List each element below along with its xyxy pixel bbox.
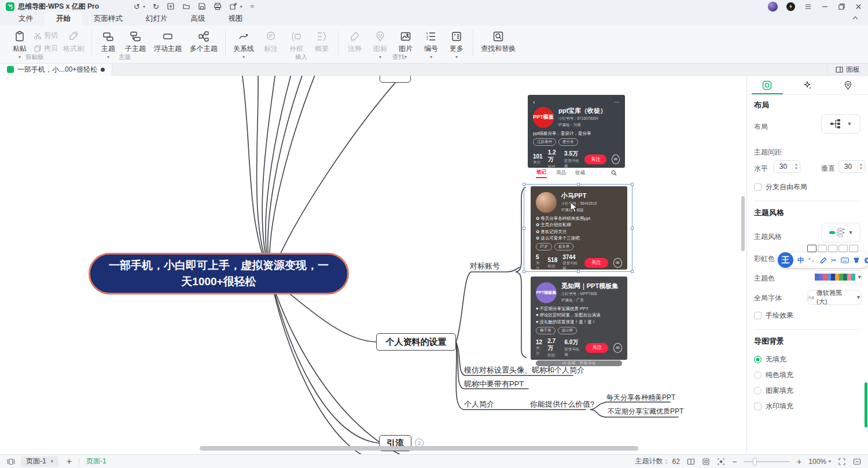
free-branch-checkbox[interactable]: 分支自由布局 [754, 182, 807, 192]
add-page-button[interactable]: + [67, 456, 72, 467]
collapse-ribbon-icon[interactable] [852, 16, 859, 20]
selection-handle[interactable] [631, 227, 634, 230]
layout-dropdown[interactable]: ▼ [821, 114, 860, 134]
central-topic-node[interactable]: 一部手机，小白即可上手，虚拟资源变现，一天1000+很轻松 [89, 253, 349, 294]
bg-solid-radio[interactable]: 纯色填充 [754, 370, 793, 380]
node-value-answer1[interactable]: 每天分享各种精美PPT [606, 393, 675, 403]
ime-settings-gear-icon[interactable] [864, 257, 868, 264]
node-profile-setup[interactable]: 个人资料的设置 [376, 333, 456, 351]
subtopic-button[interactable]: 子主题 [121, 29, 150, 55]
center-topic-icon[interactable] [717, 458, 725, 466]
relation-line-button[interactable]: 关系线 ▾ [229, 29, 258, 61]
hand-drawn-checkbox[interactable]: 手绘效果 [754, 311, 793, 320]
stepper-arrows[interactable]: ▲▼ [857, 163, 865, 170]
callout-button[interactable]: 标注 [258, 29, 284, 55]
selection-handle[interactable] [523, 183, 525, 186]
page-selector-dropdown[interactable]: 页面-1 ▾ [21, 456, 58, 467]
boundary-button[interactable]: 外框 [284, 29, 309, 55]
ime-language-toggle[interactable]: 中 [797, 257, 804, 264]
customize-toolbar-icon[interactable]: ≂ [250, 3, 255, 9]
horizontal-scrollbar[interactable] [200, 446, 638, 451]
zoom-out-button[interactable]: − [732, 457, 737, 466]
tab-view[interactable]: 视图 [217, 12, 255, 25]
selection-handle[interactable] [631, 183, 634, 186]
theme-color-dropdown[interactable]: ▼ [815, 270, 862, 284]
share-button[interactable] [229, 2, 237, 10]
close-button[interactable] [854, 2, 862, 10]
tab-advanced[interactable]: 高级 [179, 12, 217, 25]
floating-topic-button[interactable]: 浮动主题 [150, 29, 186, 55]
pages-overview-icon[interactable] [687, 458, 695, 466]
sidebar-tab-ai[interactable] [788, 76, 828, 94]
zoom-slider[interactable] [744, 461, 790, 462]
node-benchmark[interactable]: 对标账号 [470, 261, 500, 271]
horizontal-spacing-stepper[interactable]: 30 ▲▼ [774, 160, 800, 173]
rainbow-option[interactable] [807, 245, 816, 252]
rainbow-option[interactable] [849, 245, 858, 252]
collapse-statusbar-icon[interactable] [853, 458, 861, 466]
node-imitate[interactable]: 模仿对标设置头像、昵称和个人简介 [464, 365, 584, 375]
ime-scissors-icon[interactable]: ✂ [831, 257, 837, 264]
ime-toolbar[interactable]: 王 中 °， ✂ [778, 252, 868, 268]
membership-badge-icon[interactable] [786, 2, 795, 11]
node-nickname[interactable]: 昵称中要带有PPT [464, 379, 524, 389]
ime-keyboard-icon[interactable] [841, 257, 849, 263]
bg-watermark-checkbox[interactable]: 水印填充 [754, 401, 793, 411]
format-painter-button[interactable]: 格式刷 [59, 29, 88, 55]
tab-file[interactable]: 文件 [7, 12, 45, 25]
menu-icon[interactable] [804, 2, 812, 10]
sidebar-scrollbar[interactable] [865, 382, 867, 428]
sidebar-tab-style[interactable] [747, 76, 788, 94]
print-button[interactable] [214, 2, 222, 10]
user-avatar[interactable] [768, 2, 778, 12]
node-value-answer2[interactable]: 不定期分享宝藏优质PPT [608, 407, 683, 417]
panel-toggle-button[interactable]: 面板 [827, 64, 868, 76]
document-tab[interactable]: 一部手机，小...00+很轻松 [0, 64, 112, 76]
ime-handwriting-icon[interactable] [820, 257, 827, 264]
selection-handle[interactable] [631, 270, 634, 273]
restore-button[interactable] [837, 2, 845, 10]
summary-button[interactable]: 概要 [309, 29, 334, 55]
tab-slides[interactable]: 幻灯片 [134, 12, 179, 25]
page-tab[interactable]: 页面-1 [86, 456, 106, 466]
share-dropdown-icon[interactable]: ▾ [240, 4, 242, 9]
theme-style-dropdown[interactable]: ▼ [821, 223, 860, 242]
vertical-scrollbar[interactable] [741, 196, 745, 251]
selection-handle[interactable] [523, 227, 525, 230]
topic-button[interactable]: 主题 ▾ [95, 29, 121, 61]
ime-skin-icon[interactable] [853, 257, 860, 263]
cut-button[interactable]: 剪切 [34, 31, 58, 40]
note-button[interactable]: 注释 [342, 29, 367, 55]
rainbow-option[interactable] [838, 245, 848, 252]
global-font-dropdown[interactable]: Aa 微软雅黑 (大) ▼ [807, 290, 862, 305]
open-file-button[interactable] [182, 2, 190, 10]
ime-punctuation-toggle[interactable]: °， [808, 257, 816, 263]
rainbow-option[interactable] [818, 245, 827, 252]
ime-badge[interactable]: 王 [778, 252, 793, 268]
selection-handle[interactable] [523, 270, 525, 273]
bg-none-radio[interactable]: 无填充 [754, 355, 786, 364]
fit-window-icon[interactable] [702, 458, 710, 466]
profile-card-xiaoma[interactable]: 小马PPT 小红书号：58492619 IP属地：福建 ✿ 每天分享各种精美实用… [531, 186, 627, 270]
rainbow-color-options[interactable] [807, 245, 858, 252]
vertical-spacing-stepper[interactable]: 30 ▲▼ [838, 160, 865, 173]
undo-button[interactable]: ↺ [134, 3, 140, 10]
more-button[interactable]: 更多 ▾ [444, 29, 469, 61]
sidebar-tab-icon-marker[interactable] [827, 76, 868, 94]
bg-pattern-radio[interactable]: 图案填充 [754, 386, 793, 396]
selection-handle[interactable] [577, 183, 580, 186]
redo-button[interactable]: ↻ [153, 3, 159, 10]
new-file-button[interactable] [167, 2, 175, 10]
clipped-top-node[interactable] [380, 76, 411, 83]
node-value-question[interactable]: 你能提供什么价值? [530, 399, 594, 410]
tab-home[interactable]: 开始 [45, 12, 82, 25]
stepper-arrows[interactable]: ▲▼ [792, 163, 800, 170]
undo-dropdown-icon[interactable]: ▾ [143, 4, 145, 9]
minimize-button[interactable] [821, 2, 829, 10]
zoom-slider-thumb[interactable] [753, 458, 757, 466]
mindmap-canvas[interactable]: 一部手机，小白即可上手，虚拟资源变现，一天1000+很轻松 个人资料的设置 引流… [0, 76, 746, 454]
find-replace-button[interactable]: 查找和替换 [477, 29, 520, 55]
multi-topic-button[interactable]: 多个主题 [186, 29, 222, 55]
copy-button[interactable]: 拷贝 [34, 43, 58, 53]
fullscreen-icon[interactable] [838, 458, 846, 466]
